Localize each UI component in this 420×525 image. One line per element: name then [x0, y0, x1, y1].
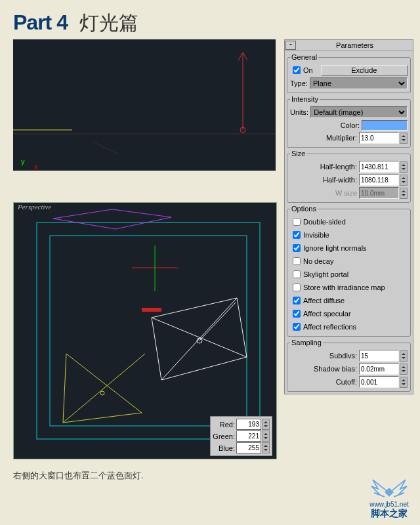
svg-line-4	[238, 52, 243, 60]
page-subtitle: 灯光篇	[79, 10, 138, 37]
option-checkbox-8[interactable]	[293, 323, 301, 331]
viewport-top-scene	[13, 39, 276, 171]
option-checkbox-5[interactable]	[293, 284, 301, 291]
svg-marker-9	[53, 209, 171, 229]
type-select[interactable]: Plane	[310, 77, 408, 89]
blue-spinner[interactable]	[262, 442, 270, 453]
option-label-3: No decay	[303, 257, 333, 265]
watermark: www.jb51.net 脚本之家	[366, 474, 412, 520]
watermark-cn: 脚本之家	[366, 508, 412, 520]
option-label-5: Store with irradiance map	[303, 284, 385, 291]
subdivs-input[interactable]	[359, 350, 399, 362]
option-label-7: Affect specular	[303, 310, 351, 318]
option-checkbox-4[interactable]	[293, 270, 301, 278]
svg-line-15	[161, 298, 237, 380]
viewport-label: Perspective	[18, 203, 51, 211]
option-checkbox-0[interactable]	[293, 218, 301, 226]
color-label: Color:	[341, 121, 360, 129]
collapse-button[interactable]: -	[285, 41, 296, 50]
shadow-bias-input[interactable]	[359, 363, 399, 375]
panel-title: Parameters	[297, 41, 413, 49]
red-label: Red:	[220, 421, 235, 429]
svg-rect-18	[142, 308, 161, 312]
option-label-4: Skylight portal	[303, 270, 348, 278]
size-legend: Size	[290, 150, 306, 158]
multiplier-input[interactable]	[359, 132, 399, 144]
cutoff-spinner[interactable]	[400, 377, 408, 388]
option-checkbox-3[interactable]	[293, 257, 301, 265]
viewport-perspective[interactable]: Perspective Red: Green: Blue:	[13, 202, 277, 459]
half-length-label: Half-length:	[320, 163, 357, 171]
half-length-input[interactable]	[359, 161, 399, 173]
shadow-bias-label: Shadow bias:	[314, 365, 357, 373]
rgb-panel: Red: Green: Blue:	[210, 416, 272, 456]
caption-text: 右侧的大窗口也布置二个蓝色面灯.	[13, 470, 144, 482]
half-width-spinner[interactable]	[400, 175, 408, 186]
w-size-label: W size	[335, 189, 357, 197]
axis-y: y	[21, 158, 25, 165]
w-size-input	[359, 187, 399, 199]
svg-line-5	[243, 52, 247, 60]
on-checkbox[interactable]	[293, 66, 301, 74]
general-legend: General	[290, 53, 318, 61]
parameters-panel: - Parameters General OnExclude Type:Plan…	[284, 39, 413, 394]
exclude-button[interactable]: Exclude	[321, 65, 408, 76]
option-label-2: Ignore light normals	[303, 244, 367, 252]
option-label-8: Affect reflections	[303, 323, 356, 331]
svg-line-17	[200, 303, 236, 341]
sampling-legend: Sampling	[290, 339, 323, 346]
units-select[interactable]: Default (image)	[310, 106, 408, 118]
red-input[interactable]	[236, 419, 261, 430]
multiplier-label: Multiplier:	[326, 134, 357, 142]
option-checkbox-1[interactable]	[293, 231, 301, 239]
option-label-0: Double-sided	[303, 218, 346, 226]
half-width-input[interactable]	[359, 174, 399, 186]
cutoff-label: Cutoff:	[336, 378, 357, 386]
svg-rect-8	[50, 236, 247, 426]
viewport-top[interactable]: yx	[13, 39, 276, 171]
multiplier-spinner[interactable]	[400, 133, 408, 144]
wings-icon	[366, 474, 412, 498]
half-width-label: Half-width:	[323, 176, 357, 184]
option-label-6: Affect diffuse	[303, 297, 345, 304]
watermark-url: www.jb51.net	[366, 501, 412, 508]
option-checkbox-6[interactable]	[293, 297, 301, 304]
blue-label: Blue:	[219, 444, 235, 452]
svg-rect-21	[385, 488, 394, 497]
green-label: Green:	[213, 432, 235, 440]
option-checkbox-2[interactable]	[293, 244, 301, 252]
green-spinner[interactable]	[262, 430, 270, 442]
svg-line-11	[63, 354, 145, 423]
on-label: On	[303, 66, 313, 74]
intensity-legend: Intensity	[290, 95, 320, 103]
color-swatch[interactable]	[362, 120, 408, 131]
subdivs-spinner[interactable]	[400, 350, 408, 362]
axis-x: x	[34, 163, 38, 171]
svg-line-14	[152, 318, 247, 357]
red-spinner[interactable]	[262, 419, 270, 430]
option-checkbox-7[interactable]	[293, 310, 301, 318]
svg-point-12	[100, 391, 104, 395]
blue-input[interactable]	[236, 442, 261, 453]
shadow-bias-spinner[interactable]	[400, 364, 408, 375]
options-legend: Options	[290, 205, 318, 213]
page-part: Part 4	[13, 10, 68, 35]
units-label: Units:	[290, 108, 308, 116]
type-label: Type:	[290, 79, 308, 87]
w-size-spinner	[400, 188, 408, 199]
svg-line-2	[92, 141, 118, 154]
green-input[interactable]	[236, 430, 261, 442]
subdivs-label: Subdivs:	[329, 352, 357, 360]
cutoff-input[interactable]	[359, 376, 399, 388]
option-label-1: Invisible	[303, 231, 329, 239]
half-length-spinner[interactable]	[400, 161, 408, 173]
svg-rect-7	[37, 222, 260, 439]
